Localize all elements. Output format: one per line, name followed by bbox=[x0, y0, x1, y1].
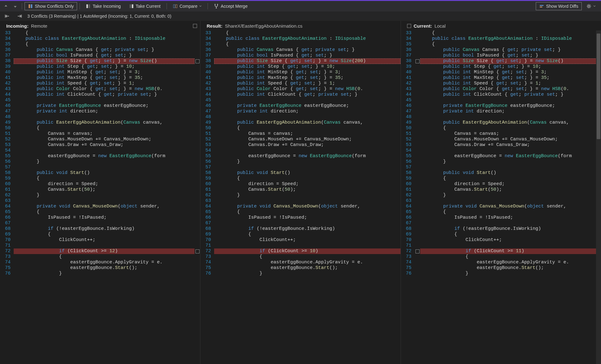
code-line: 33 { bbox=[0, 30, 200, 36]
show-conflicts-label: Show Conflicts Only bbox=[35, 4, 74, 9]
result-title: Result: bbox=[207, 23, 223, 29]
svg-point-9 bbox=[217, 4, 218, 5]
line-number: 55 bbox=[200, 153, 214, 159]
line-number: 46 bbox=[401, 103, 415, 109]
current-code[interactable]: 33 {34 public class EasterEggAboutAnimat… bbox=[401, 30, 601, 364]
conflict-checkbox[interactable] bbox=[195, 249, 200, 253]
line-number: 74 bbox=[200, 260, 214, 265]
merge-panes: Incoming: Remote 33 {34 public class Eas… bbox=[0, 21, 601, 364]
line-number: 64 bbox=[0, 204, 14, 209]
code-line: 34 public class EasterEggAboutAnimation … bbox=[200, 36, 401, 42]
conflict-checkbox[interactable] bbox=[415, 59, 420, 63]
result-code[interactable]: 33 {34 public class EasterEggAboutAnimat… bbox=[200, 30, 401, 364]
code-text: } bbox=[214, 193, 401, 198]
code-line: 40 public int MinStep { get; set; } = 3; bbox=[0, 70, 200, 75]
code-line: 60 direction = Speed; bbox=[200, 181, 401, 187]
code-text: } bbox=[14, 271, 195, 276]
line-number: 39 bbox=[200, 64, 214, 70]
line-number: 43 bbox=[0, 86, 14, 92]
svg-point-10 bbox=[216, 8, 217, 9]
code-line: 54 bbox=[0, 148, 200, 153]
line-number: 41 bbox=[200, 75, 214, 81]
code-line: 69 { bbox=[401, 232, 601, 237]
code-line: 53 Canvas.Draw += Canvas_Draw; bbox=[0, 142, 200, 148]
code-line: 55 easterEggBounce = new EasterEggBounce… bbox=[0, 153, 200, 159]
go-first-button[interactable] bbox=[2, 13, 12, 19]
line-number: 67 bbox=[401, 221, 415, 226]
line-number: 74 bbox=[0, 260, 14, 265]
word-diff-icon bbox=[539, 4, 544, 9]
prev-conflict-arrow[interactable] bbox=[2, 3, 10, 10]
conflict-icon bbox=[28, 4, 33, 9]
line-number: 39 bbox=[0, 64, 14, 70]
code-line: 54 bbox=[200, 148, 401, 153]
next-conflict-arrow[interactable] bbox=[11, 3, 19, 10]
accept-merge-button[interactable]: Accept Merge bbox=[210, 2, 251, 10]
current-select-all-checkbox[interactable] bbox=[407, 24, 411, 28]
go-last-button[interactable] bbox=[15, 13, 24, 19]
code-line: 45 bbox=[401, 98, 601, 103]
code-line: 58 public void Start() bbox=[401, 170, 601, 176]
show-conflicts-only-button[interactable]: Show Conflicts Only bbox=[25, 2, 77, 10]
line-number: 52 bbox=[0, 137, 14, 142]
line-number: 39 bbox=[401, 64, 415, 70]
line-number: 33 bbox=[200, 30, 214, 36]
take-current-button[interactable]: Take Current bbox=[126, 2, 164, 10]
code-text: { bbox=[214, 30, 401, 36]
line-number: 72 bbox=[0, 248, 14, 254]
conflict-checkbox[interactable] bbox=[415, 249, 420, 253]
code-line: 54 bbox=[401, 148, 601, 153]
incoming-select-all-checkbox[interactable] bbox=[193, 24, 197, 28]
result-sub: ShareX/EasterEggAboutAnimation.cs bbox=[225, 23, 302, 29]
code-text: public void Start() bbox=[420, 170, 601, 176]
code-line: 35 { bbox=[0, 42, 200, 47]
compare-button[interactable]: Compare bbox=[169, 2, 205, 10]
line-number: 53 bbox=[200, 142, 214, 148]
code-line: 43 public Color Color { get; set; } = ne… bbox=[200, 86, 401, 92]
code-text: } bbox=[14, 159, 195, 165]
settings-button[interactable] bbox=[583, 2, 599, 10]
code-text: IsPaused = !IsPaused; bbox=[214, 215, 401, 221]
code-text: Canvas.MouseDown += Canvas_MouseDown; bbox=[214, 137, 401, 142]
incoming-code[interactable]: 33 {34 public class EasterEggAboutAnimat… bbox=[0, 30, 200, 364]
current-pane: Current: Local 33 {34 public class Easte… bbox=[401, 21, 601, 364]
code-line: 44 public int ClickCount { get; private … bbox=[401, 92, 601, 98]
code-text: easterEggBounce.Start(); bbox=[420, 265, 601, 271]
incoming-title: Incoming: bbox=[6, 23, 29, 29]
code-line: 67 bbox=[401, 221, 601, 226]
vertical-scrollbar[interactable] bbox=[596, 30, 601, 364]
svg-rect-12 bbox=[540, 7, 542, 7]
show-word-diffs-button[interactable]: Show Word Diffs bbox=[536, 2, 582, 10]
code-line: 45 bbox=[0, 98, 200, 103]
line-number: 34 bbox=[200, 36, 214, 42]
svg-point-8 bbox=[215, 4, 216, 5]
line-number: 34 bbox=[401, 36, 415, 42]
conflict-checkbox[interactable] bbox=[195, 59, 200, 63]
line-number: 52 bbox=[401, 137, 415, 142]
code-line: 74 easterEggBounce.ApplyGravity = e. bbox=[0, 260, 200, 265]
code-line: 52 Canvas.MouseDown += Canvas_MouseDown; bbox=[200, 137, 401, 142]
line-number: 75 bbox=[200, 265, 214, 271]
code-line: 41 public int MaxStep { get; set; } = 35… bbox=[401, 75, 601, 81]
code-text: public EasterEggAboutAnimation(Canvas ca… bbox=[420, 120, 601, 125]
code-line: 42 public int Speed { get; set; } = 1; bbox=[401, 81, 601, 86]
code-line: 72 if (ClickCount >= 11) bbox=[401, 248, 601, 254]
code-text: if (ClickCount >= 12) bbox=[14, 248, 195, 254]
line-number: 33 bbox=[401, 30, 415, 36]
code-line: 62 } bbox=[401, 193, 601, 198]
code-text: direction = Speed; bbox=[214, 181, 401, 187]
code-line: 70 ClickCount++; bbox=[0, 237, 200, 243]
line-number: 43 bbox=[200, 86, 214, 92]
code-text: { bbox=[420, 125, 601, 131]
code-text: Canvas.MouseDown += Canvas_MouseDown; bbox=[420, 137, 601, 142]
code-line: 39 public int Step { get; set; } = 10; bbox=[0, 64, 200, 70]
take-incoming-button[interactable]: Take Incoming bbox=[82, 2, 124, 10]
code-text: Canvas.Draw += Canvas_Draw; bbox=[420, 142, 601, 148]
svg-rect-3 bbox=[89, 4, 90, 8]
svg-rect-2 bbox=[86, 4, 88, 8]
scroll-thumb[interactable] bbox=[597, 34, 600, 139]
line-number: 45 bbox=[200, 98, 214, 103]
code-line: 51 Canvas = canvas; bbox=[0, 131, 200, 137]
code-line: 43 public Color Color { get; set; } = ne… bbox=[0, 86, 200, 92]
code-line: 51 Canvas = canvas; bbox=[401, 131, 601, 137]
